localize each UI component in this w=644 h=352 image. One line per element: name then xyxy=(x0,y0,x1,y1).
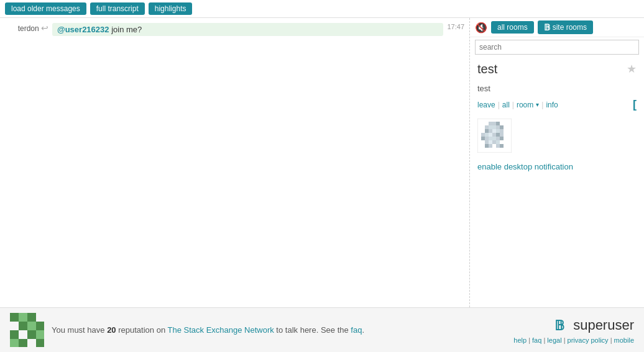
room-title: test xyxy=(477,62,637,76)
room-nav-links: leave | all | room ▾ | info [ xyxy=(470,96,644,114)
svg-rect-11 xyxy=(492,129,496,133)
footer-logo xyxy=(10,313,44,347)
svg-rect-7 xyxy=(496,125,500,129)
search-input[interactable] xyxy=(475,40,639,55)
reputation-value: 20 xyxy=(107,325,116,335)
svg-rect-21 xyxy=(485,137,489,140)
all-link[interactable]: all xyxy=(502,101,510,109)
message-content: join me? xyxy=(109,25,142,34)
svg-rect-20 xyxy=(481,137,485,140)
reputation-end: . xyxy=(362,325,364,335)
messages-list: terdon ↩ @user216232 join me? 17:47 xyxy=(0,18,469,307)
svg-rect-26 xyxy=(485,140,489,144)
full-transcript-button[interactable]: full transcript xyxy=(90,2,145,15)
room-desc: test xyxy=(477,84,490,93)
reputation-mid: reputation on xyxy=(116,325,168,335)
svg-rect-3 xyxy=(496,122,500,125)
network-link[interactable]: The Stack Exchange Network xyxy=(168,325,274,335)
svg-rect-2 xyxy=(492,122,496,125)
svg-rect-33 xyxy=(500,144,504,148)
room-links-row: test xyxy=(470,79,644,96)
privacy-link[interactable]: privacy policy xyxy=(568,336,609,344)
site-rooms-icon: 𝔹 xyxy=(544,22,550,32)
avatar xyxy=(477,119,512,153)
highlights-button[interactable]: highlights xyxy=(149,2,193,15)
enable-notification-link[interactable]: enable desktop notification xyxy=(477,162,573,171)
help-link[interactable]: help xyxy=(513,336,527,344)
login-icon[interactable]: [ xyxy=(633,98,637,111)
message-user: terdon ↩ xyxy=(5,23,48,33)
svg-rect-29 xyxy=(496,140,500,144)
svg-rect-23 xyxy=(492,137,496,140)
sidebar-top: 🔇 all rooms 𝔹 site rooms xyxy=(470,18,644,37)
svg-rect-5 xyxy=(489,125,492,129)
mention-tag: @user216232 xyxy=(57,25,109,34)
faq-link-footer[interactable]: faq xyxy=(351,325,362,335)
chat-area: terdon ↩ @user216232 join me? 17:47 xyxy=(0,18,470,307)
sidebar: 🔇 all rooms 𝔹 site rooms ★ test test lea… xyxy=(470,18,644,307)
top-bar: load older messages full transcript high… xyxy=(0,0,644,18)
svg-rect-39 xyxy=(10,322,19,330)
separator-1: | xyxy=(498,101,500,109)
footer-left: You must have 20 reputation on The Stack… xyxy=(10,313,364,347)
svg-rect-49 xyxy=(27,339,36,347)
svg-rect-45 xyxy=(27,330,36,339)
svg-rect-43 xyxy=(10,330,19,339)
svg-rect-14 xyxy=(481,133,485,137)
svg-rect-28 xyxy=(492,140,496,144)
message-bubble: @user216232 join me? xyxy=(52,23,443,36)
volume-icon[interactable]: 🔇 xyxy=(475,22,487,34)
enable-notif: enable desktop notification xyxy=(470,160,644,174)
svg-rect-24 xyxy=(496,137,500,140)
svg-rect-22 xyxy=(489,137,492,140)
svg-rect-18 xyxy=(496,133,500,137)
svg-rect-25 xyxy=(500,137,504,140)
main-container: terdon ↩ @user216232 join me? 17:47 🔇 al… xyxy=(0,18,644,307)
svg-rect-50 xyxy=(36,339,44,347)
reply-icon[interactable]: ↩ xyxy=(41,23,48,33)
svg-rect-44 xyxy=(19,330,27,339)
svg-rect-6 xyxy=(492,125,496,129)
svg-rect-48 xyxy=(19,339,27,347)
svg-rect-31 xyxy=(489,144,492,148)
svg-rect-17 xyxy=(492,133,496,137)
footer: You must have 20 reputation on The Stack… xyxy=(0,307,644,352)
info-link[interactable]: info xyxy=(546,101,558,109)
svg-rect-10 xyxy=(489,129,492,133)
room-avatar-area xyxy=(470,114,644,160)
svg-rect-37 xyxy=(27,313,36,322)
svg-rect-8 xyxy=(500,125,504,129)
legal-link[interactable]: legal xyxy=(547,336,561,344)
separator-3: | xyxy=(541,101,543,109)
site-rooms-button[interactable]: 𝔹 site rooms xyxy=(538,20,593,34)
user-link[interactable]: terdon xyxy=(18,24,39,33)
svg-rect-41 xyxy=(27,322,36,330)
all-rooms-button[interactable]: all rooms xyxy=(491,21,534,34)
svg-rect-1 xyxy=(489,122,492,125)
load-older-button[interactable]: load older messages xyxy=(5,2,86,15)
svg-rect-16 xyxy=(489,133,492,137)
svg-rect-15 xyxy=(485,133,489,137)
svg-rect-35 xyxy=(10,313,19,322)
footer-right: 𝔹 superuser help | faq | legal | privacy… xyxy=(513,317,634,344)
room-dropdown-arrow[interactable]: ▾ xyxy=(536,101,539,108)
table-row: terdon ↩ @user216232 join me? 17:47 xyxy=(0,20,469,38)
reputation-suffix: to talk here. See the xyxy=(274,325,351,335)
star-icon[interactable]: ★ xyxy=(627,62,637,76)
faq-link-bottom[interactable]: faq xyxy=(532,336,541,344)
brand-icon: 𝔹 xyxy=(553,317,571,334)
room-title-section: ★ test xyxy=(470,57,644,79)
message-time: 17:47 xyxy=(447,23,464,30)
footer-links: help | faq | legal | privacy policy | mo… xyxy=(513,336,634,344)
separator-2: | xyxy=(512,101,514,109)
svg-rect-36 xyxy=(19,313,27,322)
reputation-prefix: You must have xyxy=(52,325,107,335)
svg-rect-46 xyxy=(36,330,44,339)
svg-rect-27 xyxy=(489,140,492,144)
svg-rect-38 xyxy=(36,313,44,322)
room-dropdown-container: room ▾ xyxy=(517,101,539,109)
room-link[interactable]: room xyxy=(517,101,533,109)
brand-name: superuser xyxy=(573,317,634,333)
mobile-link[interactable]: mobile xyxy=(614,336,634,344)
leave-link[interactable]: leave xyxy=(477,101,495,109)
